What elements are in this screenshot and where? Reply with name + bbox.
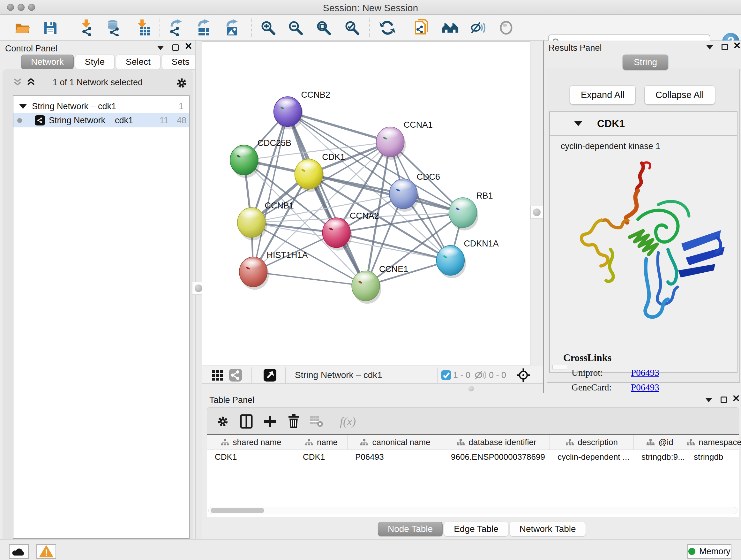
vertical-splitter[interactable] [195, 41, 202, 539]
fit-crosshair-icon[interactable] [516, 368, 530, 382]
gear-icon[interactable] [175, 76, 188, 90]
minimize-panel-icon[interactable] [706, 45, 713, 50]
tab-network-table[interactable]: Network Table [510, 522, 586, 537]
warning-icon[interactable] [37, 544, 56, 559]
delete-table-icon[interactable] [309, 414, 325, 429]
zoom-selected-icon[interactable] [343, 19, 360, 37]
crosslink-link[interactable]: P06493 [631, 368, 659, 378]
node-count: 11 [159, 116, 169, 125]
column-header-canonical-name[interactable]: canonical name [347, 435, 443, 449]
network-node-CDKN1A[interactable] [436, 246, 466, 278]
splitter-handle[interactable] [530, 206, 543, 219]
column-header-namespace[interactable]: namespace [686, 435, 741, 449]
network-node-CDC25B[interactable] [230, 145, 260, 178]
export-image-icon[interactable] [223, 19, 240, 37]
refresh-icon[interactable] [379, 19, 396, 37]
selected-checkbox[interactable] [439, 368, 453, 382]
splitter-handle[interactable] [468, 386, 474, 391]
houses-icon[interactable] [442, 19, 459, 37]
network-node-CDK1[interactable] [294, 159, 324, 192]
minimize-panel-icon[interactable] [705, 398, 712, 402]
close-panel-icon[interactable]: ✕ [185, 43, 192, 50]
tab-edge-table[interactable]: Edge Table [444, 522, 509, 537]
column-header-shared-name[interactable]: shared name [207, 435, 295, 449]
selected-counts: 1 - 0 [453, 370, 470, 380]
table-cell[interactable]: stringdb:9... [634, 450, 686, 464]
import-database-icon[interactable] [105, 19, 122, 37]
tab-style[interactable]: Style [75, 55, 115, 69]
tab-network[interactable]: Network [21, 55, 74, 69]
zoom-fit-icon[interactable] [315, 19, 332, 37]
table-cell[interactable]: cyclin-dependent ... [550, 450, 634, 464]
horizontal-scrollbar[interactable] [208, 507, 738, 514]
crosslink-label: GeneCard: [571, 382, 612, 393]
network-node-CCNB2[interactable] [274, 97, 304, 130]
export-network-icon[interactable] [167, 19, 185, 37]
column-header-database-identifier[interactable]: database identifier [443, 435, 550, 449]
collapse-triangle-icon[interactable] [574, 121, 583, 126]
crosslink-link[interactable]: P06493 [631, 382, 659, 393]
network-node-CCNA1[interactable] [376, 127, 406, 160]
grid-view-icon[interactable] [211, 368, 225, 382]
horizontal-scrollbar[interactable] [552, 365, 567, 369]
open-file-icon[interactable] [14, 19, 31, 37]
network-node-RB1[interactable] [449, 198, 478, 231]
table-cell[interactable]: CDK1 [295, 450, 347, 464]
float-panel-icon[interactable] [172, 44, 179, 51]
tab-node-table[interactable]: Node Table [378, 522, 443, 537]
birdseye-view-icon[interactable] [263, 368, 277, 382]
table-row[interactable]: CDK1CDK1P064939606.ENSP00000378699cyclin… [207, 450, 739, 464]
import-network-icon[interactable] [77, 19, 95, 37]
scrollbar-thumb[interactable] [211, 508, 264, 513]
import-table-icon[interactable] [134, 19, 151, 37]
network-icon [35, 115, 45, 125]
collapse-all-button[interactable]: Collapse All [644, 85, 715, 105]
control-panel-tabs: NetworkStyleSelectSets [21, 55, 199, 69]
hidden-eye-icon[interactable] [474, 368, 488, 382]
table-cell[interactable]: stringdb [686, 450, 741, 464]
close-panel-icon[interactable]: ✕ [733, 43, 741, 49]
network-node-CCNE1[interactable] [352, 271, 381, 304]
table-cell[interactable]: 9606.ENSP00000378699 [443, 450, 550, 464]
string-document-icon[interactable] [414, 19, 431, 37]
network-view-toolbar: String Network – cdk1 1 - 0 0 - 0 [202, 366, 543, 384]
function-builder-icon[interactable]: f(x) [333, 414, 362, 429]
tab-string[interactable]: String [623, 55, 668, 70]
network-selection-status: 1 of 1 Network selected [3, 78, 193, 87]
eye-icon[interactable] [497, 19, 515, 37]
gear-icon[interactable] [215, 414, 231, 429]
network-node-CDC6[interactable] [389, 179, 419, 212]
network-canvas[interactable]: CCNB2CCNA1CDC25BCDK1CDC6RB1CCNB1CCNA2CDK… [202, 42, 530, 366]
results-panel: Results Panel ✕ String Expand All Collap… [543, 41, 741, 393]
float-panel-icon[interactable] [722, 44, 728, 50]
hide-glasses-icon[interactable] [470, 19, 487, 37]
export-table-icon[interactable] [195, 19, 212, 37]
gene-card-header[interactable]: CDK1 [550, 112, 737, 136]
expand-all-button[interactable]: Expand All [569, 85, 636, 105]
node-label-CDC6: CDC6 [417, 172, 440, 182]
delete-icon[interactable] [286, 414, 301, 429]
minimize-panel-icon[interactable] [157, 46, 164, 50]
memory-button[interactable]: Memory [687, 544, 731, 559]
tab-select[interactable]: Select [116, 55, 160, 69]
node-label-CCNB2: CCNB2 [301, 90, 330, 100]
table-cell[interactable]: P06493 [347, 450, 443, 464]
collapse-triangle-icon[interactable] [19, 104, 27, 109]
save-session-icon[interactable] [42, 19, 59, 37]
close-panel-icon[interactable]: ✕ [732, 395, 740, 401]
table-cell[interactable]: CDK1 [207, 450, 295, 464]
network-row[interactable]: String Network – cdk1 11 48 [13, 113, 189, 127]
zoom-in-icon[interactable] [259, 19, 277, 37]
cloud-icon[interactable] [9, 544, 29, 559]
share-network-icon[interactable] [228, 368, 243, 382]
zoom-out-icon[interactable] [287, 19, 304, 37]
gene-description: cyclin-dependent kinase 1 [561, 141, 660, 151]
column-header-@id[interactable]: @id [634, 435, 686, 449]
float-panel-icon[interactable] [721, 396, 727, 403]
add-column-icon[interactable] [262, 414, 278, 429]
tab-sets[interactable]: Sets [162, 55, 199, 69]
column-header-name[interactable]: name [295, 435, 347, 449]
network-collection-row[interactable]: String Network – cdk1 1 [13, 99, 189, 113]
column-header-description[interactable]: description [550, 435, 634, 449]
split-columns-icon[interactable] [239, 414, 254, 429]
